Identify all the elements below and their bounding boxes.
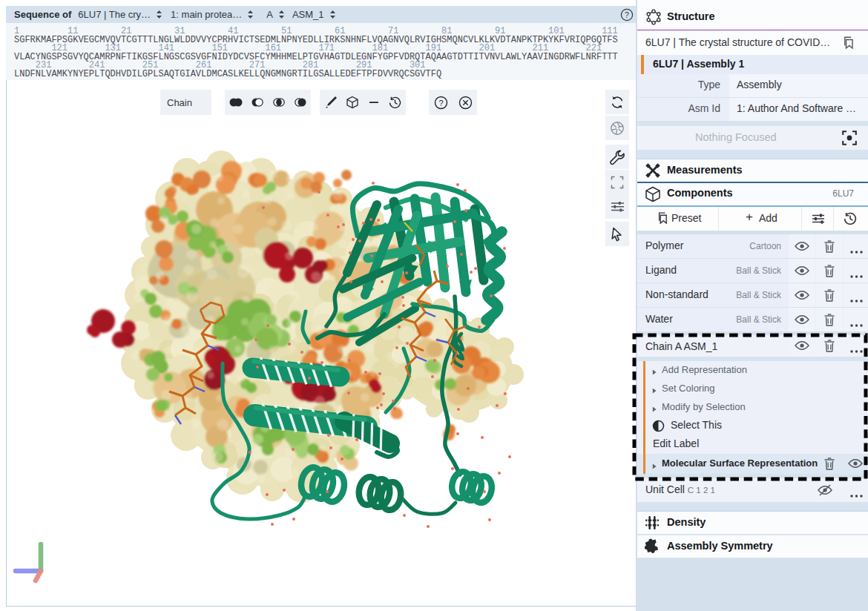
svg-text:?: ? [438,98,443,107]
svg-text:?: ? [625,10,629,19]
